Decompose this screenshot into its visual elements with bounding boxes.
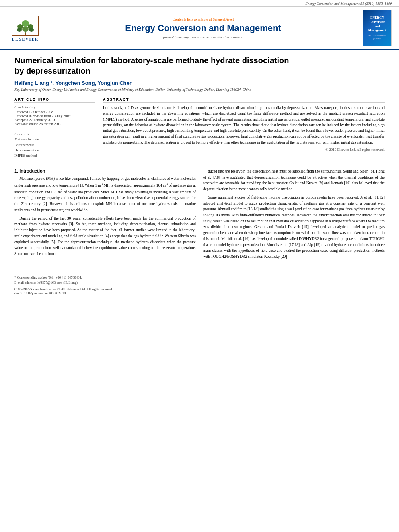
body-para-4: Some numerical studies of field-scale hy… xyxy=(203,195,385,260)
elsevier-tree-icon xyxy=(11,15,39,36)
affiliation: Key Laboratory of Ocean Energy Utilizati… xyxy=(14,88,385,92)
body-text-col1: Methane hydrate (MH) is ice-like compoun… xyxy=(14,176,196,257)
info-divider xyxy=(14,129,95,129)
cover-subtitle: an international journal xyxy=(365,34,390,40)
abstract-text: In this study, a 2-D axisymmetric simula… xyxy=(103,105,385,145)
body-text-col2: duced into the reservoir, the dissociati… xyxy=(203,168,385,260)
issn-text: 0196-8904/$ - see front matter © 2010 El… xyxy=(14,287,113,291)
keyword-4: IMPES method xyxy=(14,153,95,159)
journal-title-block: Contents lists available at ScienceDirec… xyxy=(47,17,359,39)
svg-point-8 xyxy=(25,33,26,35)
doi-text: doi:10.1016/j.enconman.2010.02.018 xyxy=(14,291,66,295)
history-label: Article history: xyxy=(14,105,95,109)
abstract-title: ABSTRACT xyxy=(103,97,385,103)
footnote-star: * Corresponding author. Tel.: +86 411 84… xyxy=(14,275,385,279)
article-title: Numerical simulation for laboratory-scal… xyxy=(14,55,385,76)
keywords-label: Keywords: xyxy=(14,132,95,136)
journal-homepage: journal homepage: www.elsevier.com/locat… xyxy=(47,35,359,39)
keyword-2: Porous media xyxy=(14,142,95,148)
body-para-1: Methane hydrate (MH) is ice-like compoun… xyxy=(14,176,196,213)
footer: * Corresponding author. Tel.: +86 411 84… xyxy=(0,271,399,298)
page: Energy Conversion and Management 51 (201… xyxy=(0,0,399,532)
available-date: Available online 26 March 2010 xyxy=(14,122,95,126)
copyright: © 2010 Elsevier Ltd. All rights reserved… xyxy=(103,148,385,152)
sciencedirect-prefix: Contents lists available at xyxy=(173,17,213,21)
svg-point-1 xyxy=(22,26,29,32)
accepted-date: Accepted 27 February 2010 xyxy=(14,118,95,122)
footnote-email: E-mail address: lhf8877@163.com (H. Lian… xyxy=(14,281,385,285)
intro-section-title: 1. Introduction xyxy=(14,168,196,173)
body-para-2: During the period of the last 30 years, … xyxy=(14,216,196,257)
body-col-right: duced into the reservoir, the dissociati… xyxy=(203,168,385,262)
article-info-abstract-section: ARTICLE INFO Article history: Received 1… xyxy=(14,97,385,158)
journal-ref: Energy Conversion and Management 51 (201… xyxy=(305,2,392,6)
article-info-title: ARTICLE INFO xyxy=(14,97,95,103)
revised-date: Received in revised form 23 July 2009 xyxy=(14,114,95,118)
body-col-left: 1. Introduction Methane hydrate (MH) is … xyxy=(14,168,196,262)
sciencedirect-brand: ScienceDirect xyxy=(213,17,234,21)
journal-name: Energy Conversion and Management xyxy=(47,23,359,33)
section-divider xyxy=(14,164,385,164)
svg-point-5 xyxy=(17,28,22,32)
body-para-3: duced into the reservoir, the dissociati… xyxy=(203,168,385,192)
keyword-3: Depressurization xyxy=(14,148,95,153)
authors: Haifeng Liang *, Yongchen Song, Yongjun … xyxy=(14,80,385,86)
svg-point-4 xyxy=(22,20,29,27)
body-section: 1. Introduction Methane hydrate (MH) is … xyxy=(14,168,385,262)
svg-point-6 xyxy=(29,28,34,32)
sciencedirect-line: Contents lists available at ScienceDirec… xyxy=(47,17,359,21)
received-date: Received 12 October 2008 xyxy=(14,110,95,114)
issn-line: 0196-8904/$ - see front matter © 2010 El… xyxy=(14,287,385,295)
article-info-panel: ARTICLE INFO Article history: Received 1… xyxy=(14,97,95,158)
cover-title: ENERGYConversionandManagement xyxy=(368,16,387,33)
elsevier-brand: ELSEVIER xyxy=(12,37,39,41)
authors-text: Haifeng Liang *, Yongchen Song, Yongjun … xyxy=(14,80,133,86)
article-content: Numerical simulation for laboratory-scal… xyxy=(0,50,399,267)
keywords-list: Methane hydrate Porous media Depressuriz… xyxy=(14,137,95,158)
elsevier-logo: ELSEVIER xyxy=(7,15,43,41)
abstract-panel: ABSTRACT In this study, a 2-D axisymmetr… xyxy=(103,97,385,158)
journal-header: ELSEVIER Contents lists available at Sci… xyxy=(0,7,399,50)
keyword-1: Methane hydrate xyxy=(14,137,95,142)
journal-reference-bar: Energy Conversion and Management 51 (201… xyxy=(0,0,399,7)
journal-cover-image: ENERGYConversionandManagement an interna… xyxy=(363,10,392,46)
